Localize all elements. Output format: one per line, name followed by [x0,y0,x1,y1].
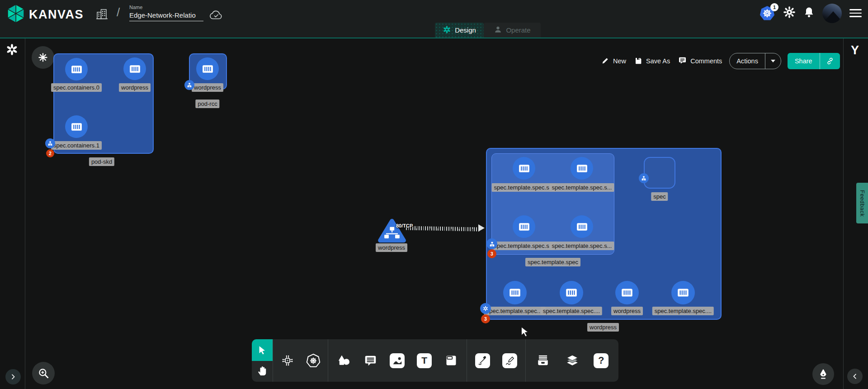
node-label: spec.containers.1 [51,141,102,150]
new-button-label: New [613,57,626,65]
line-draw-tool-button[interactable] [471,347,494,374]
node-label: spec.template.spec.s... [492,183,557,192]
k8s-context-count-badge: 1 [770,3,778,11]
comment-tool-button[interactable] [359,347,382,374]
collapse-right-panel-button[interactable] [847,369,863,384]
pod-icon-badge[interactable] [486,238,497,249]
error-count-badge[interactable]: 2 [46,149,54,157]
select-tool-button[interactable] [252,339,273,361]
container-node[interactable] [503,281,527,304]
freehand-draw-tool-button[interactable] [498,347,522,374]
group-label: wordpress [587,323,619,332]
pod-icon-badge[interactable] [639,173,649,183]
node-label: wordpress [119,83,151,92]
design-name-input[interactable] [129,11,203,21]
pod-icon-badge[interactable] [184,80,194,90]
drawer-tool-button[interactable] [531,347,555,374]
edge-port-label: 80/TCP [396,223,413,228]
container-node[interactable] [513,157,535,180]
container-node[interactable] [65,115,88,138]
annotation-tools: T [328,339,467,382]
node-label: spec.template.spec.s... [550,183,614,192]
notifications-bell-icon[interactable] [803,6,815,20]
design-name-label: Name [129,5,203,10]
comments-button-label: Comments [690,57,722,65]
header-actions: 1 [759,0,862,26]
node-label: wordpress [192,83,223,92]
container-node[interactable] [615,281,639,304]
node-label: spec.template.spec.s... [492,242,557,250]
pod-icon-badge[interactable] [45,138,55,148]
meshery-icon-badge[interactable] [480,303,491,314]
text-tool-icon: T [417,353,432,368]
layout-freeze-button[interactable] [32,46,54,69]
group-label: pod-rcc [195,100,219,108]
user-avatar[interactable] [822,4,842,23]
new-button[interactable]: New [600,55,627,68]
spec-node[interactable] [644,157,675,189]
container-node[interactable] [513,215,535,238]
hamburger-menu-icon[interactable] [849,9,862,17]
node-label: spec.template.spec.s... [550,242,614,250]
copy-link-button[interactable] [820,53,840,69]
comments-button[interactable]: Comments [677,54,723,68]
container-node[interactable] [571,215,593,238]
node-label: spec [651,192,668,201]
cloud-saved-icon [209,10,223,23]
node-label: spec.template.spec.... [652,307,714,315]
actions-split-button[interactable]: Actions [729,53,781,69]
node-label: wordpress [376,243,407,252]
container-node[interactable] [671,281,695,304]
group-spec-template-spec[interactable] [491,153,614,255]
app-header: KANVAS / Name [0,0,868,38]
shapes-tool-button[interactable] [332,347,355,374]
service-edge[interactable] [406,226,479,232]
right-rail-divider [843,38,844,389]
help-icon: ? [594,353,609,368]
container-node[interactable] [560,281,583,304]
yaml-panel-toggle[interactable]: Y [851,43,859,57]
tab-operate[interactable]: Operate [484,23,541,38]
settings-gear-icon[interactable] [783,6,796,20]
service-node[interactable] [377,218,407,246]
container-node[interactable] [123,57,146,80]
edge-arrowhead [478,224,485,232]
components-tool-button[interactable] [276,347,299,374]
container-node[interactable] [65,58,88,81]
component-tools [273,339,328,382]
kanvas-logo-icon [6,4,25,25]
node-label: spec.containers.0 [51,83,102,92]
error-count-badge[interactable]: 3 [481,314,490,323]
meshery-logo-icon[interactable] [6,43,18,57]
canvas-toolbar: T [252,339,618,382]
container-node[interactable] [571,157,593,180]
pan-tool-button[interactable] [252,361,273,382]
k8s-context-button[interactable]: 1 [759,5,775,21]
utility-tools: ? [526,339,618,382]
zoom-button[interactable] [32,362,55,384]
node-label: spec.template.spec.... [484,307,546,315]
feedback-tab[interactable]: Feedback [856,183,868,223]
pen-mode-button[interactable] [812,363,834,385]
save-as-button-label: Save As [646,57,670,65]
text-tool-button[interactable]: T [413,347,436,374]
mouse-cursor [519,326,531,339]
share-button-label[interactable]: Share [788,53,820,69]
kanvas-logo[interactable]: KANVAS [6,4,84,25]
kubernetes-tool-button[interactable] [302,347,325,374]
actions-dropdown-toggle[interactable] [765,53,781,69]
tab-design[interactable]: Design [435,23,484,38]
save-as-button[interactable]: Save As [633,55,671,68]
note-tool-button[interactable] [439,347,463,374]
tab-operate-label: Operate [506,26,530,34]
expand-left-panel-button[interactable] [5,369,21,384]
image-tool-button[interactable] [386,347,409,374]
error-count-badge[interactable]: 3 [487,249,496,258]
share-split-button[interactable]: Share [788,53,840,69]
pencil-icon [601,57,609,66]
help-tool-button[interactable]: ? [590,347,613,374]
container-node[interactable] [196,57,219,80]
layers-tool-button[interactable] [561,347,584,374]
actions-button-label[interactable]: Actions [730,53,765,69]
organization-icon[interactable] [96,8,108,23]
